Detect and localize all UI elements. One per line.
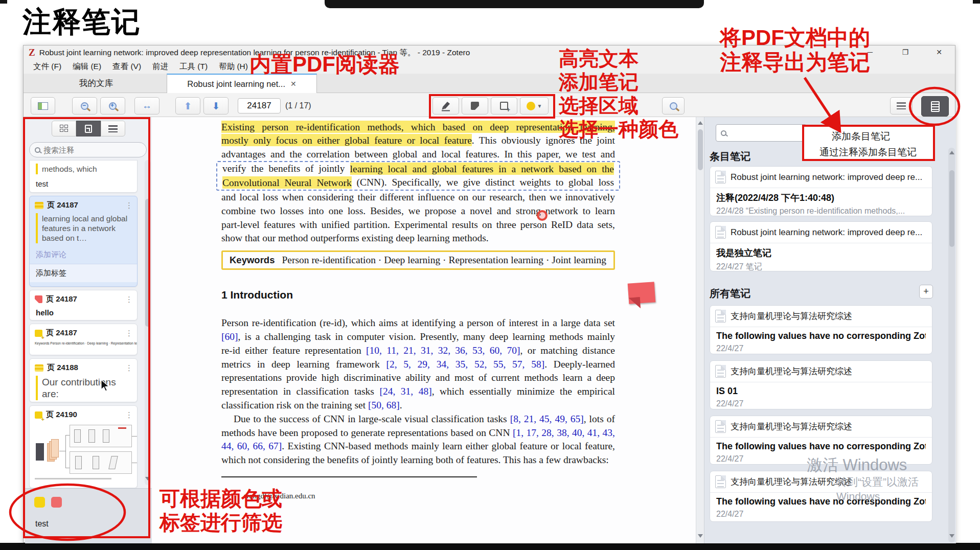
color-filter-yellow[interactable] [34,497,45,508]
highlighter-icon [440,100,451,111]
scrollbar-thumb[interactable] [145,199,150,327]
card-menu-icon[interactable]: ⋮ [125,297,133,302]
toggle-sidebar-button[interactable] [31,97,55,114]
menu-file[interactable]: 文件 (F) [29,60,66,74]
note-card[interactable]: 支持向量机理论与算法研究综述 IS 01 22/4/27 [710,360,932,409]
outline-list-icon [108,125,118,132]
selected-highlight-region[interactable]: verify the benefits of jointly learning … [216,161,620,191]
tab-pdf-reader[interactable]: Robust joint learning net... ✕ [167,74,317,93]
tab-my-library[interactable]: 我的文库 [26,74,167,93]
scrollbar-thumb[interactable] [698,129,703,170]
scroll-up-icon[interactable] [949,151,954,154]
note-card[interactable]: 支持向量机理论与算法研究综述 The following values have… [710,416,932,465]
menu-view[interactable]: 查看 (V) [108,60,146,74]
notes-scrollbar[interactable] [948,148,955,542]
annotation-card-selected[interactable]: 页 24187 ⋮ learning local and global feat… [29,196,138,287]
fit-width-icon: ↔ [142,100,152,111]
card-menu-icon[interactable]: ⋮ [125,203,133,208]
annotation-card[interactable]: 页 24187 ⋮ Keywords Person re-identificat… [29,324,138,355]
menu-add-item-note[interactable]: 添加条目笔记 [804,127,933,144]
scroll-down-icon[interactable] [949,534,954,538]
annotation-comment: hello [30,306,137,320]
scroll-up-icon[interactable] [698,121,703,125]
pdf-abstract-line: verify the benefits of jointly learning … [222,162,614,176]
tag-filter-test[interactable]: test [35,519,49,529]
note-card[interactable]: 支持向量机理论与算法研究综述 The following values have… [710,305,932,354]
scrollbar-thumb[interactable] [949,170,954,247]
next-page-button[interactable]: ⬇ [203,97,229,114]
page-number-input[interactable] [238,98,281,113]
select-area-button[interactable] [491,97,517,114]
zoom-in-button[interactable]: + [100,97,125,114]
color-swatch-yellow-icon [527,102,535,110]
annotation-card[interactable]: 页 24187 ⋮ hello [29,290,138,320]
annotation-card[interactable]: 页 24190 ⋮ [29,405,138,488]
all-notes-heading: 所有笔记 [710,287,750,301]
add-note-button[interactable] [462,97,488,114]
pdf-abstract-line: Existing person re-identification method… [221,120,615,134]
add-tag-link[interactable]: 添加标签 [30,264,137,282]
annotation-card[interactable]: 页 24188 ⋮ Our contributions are: [29,358,138,402]
close-button[interactable]: ✕ [927,45,951,59]
note-icon [715,365,726,378]
item-note-card[interactable]: Robust joint learning network: improved … [710,221,932,271]
note-meta: 22/4/27 [716,344,926,353]
footnote-divider [221,476,477,477]
page-down-icon: ⬇ [212,100,220,112]
note-meta: 22/4/27 笔记 [716,262,926,271]
pdf-scrollbar[interactable] [696,117,704,543]
item-note-card[interactable]: Robust joint learning network: improved … [710,166,932,216]
sidebar-scrollbar[interactable] [145,160,151,485]
add-comment-link[interactable]: 添加评论 [30,246,137,264]
keywords-text: Person re-identification · Deep learning… [282,255,606,266]
add-note-button[interactable]: + [919,285,933,299]
color-filter-red[interactable] [51,497,62,508]
annotation-search-box[interactable] [29,142,147,157]
reader-toolbar: − + ↔ ⬆ ⬇ (1 / 17) [24,93,955,117]
tab-close-icon[interactable]: ✕ [290,80,297,88]
highlight-color-picker[interactable]: ▼ [520,97,549,114]
view-outline-button[interactable] [101,121,125,136]
notes-pane-button[interactable] [921,96,949,117]
pdf-abstract-line: and local loss when considering their di… [221,191,615,204]
menu-forward[interactable]: 前进 [148,60,173,74]
note-title: The following values have no correspondi… [716,331,926,341]
figure-thumbnail [34,423,133,483]
pdf-abstract-line: Convolutional Neural Network (CNN). Spec… [222,176,614,190]
item-notes-heading: 条目笔记 [710,150,750,164]
card-menu-icon[interactable]: ⋮ [125,365,133,371]
menu-add-item-note-from-annotations[interactable]: 通过注释添加条目笔记 [804,144,933,159]
pdf-abstract-line: part-level features with unified partiti… [221,218,615,232]
scroll-down-icon[interactable] [145,477,150,480]
scroll-down-icon[interactable] [698,534,703,538]
footnote-email: wangdf@xidian.edu.cn [244,492,615,500]
sticky-note-annotation[interactable] [628,282,656,304]
view-annotations-button[interactable] [76,121,101,136]
pdf-paragraph-line: representation in classification tasks [… [221,385,615,399]
card-menu-icon[interactable]: ⋮ [125,331,133,336]
highlight-text-button[interactable] [432,97,459,114]
menu-tools[interactable]: 工具 (T) [175,60,212,74]
fit-width-button[interactable]: ↔ [134,97,159,114]
maximize-button[interactable]: ❐ [894,45,917,59]
menu-help[interactable]: 帮助 (H) [214,60,253,74]
zoom-out-button[interactable]: − [72,97,97,114]
view-thumbnails-button[interactable] [52,121,76,136]
menu-edit[interactable]: 编辑 (E) [68,60,106,74]
note-card[interactable]: 支持向量机理论与算法研究综述 The following values have… [710,471,932,522]
annotation-search-input[interactable] [43,146,130,154]
pdf-paragraph-line: which not considering the benefits of jo… [221,453,615,467]
card-menu-icon[interactable]: ⋮ [125,413,133,418]
section-heading: 1 Introduction [221,289,615,301]
tag-filter-area: test [25,488,152,543]
annotation-card[interactable]: methods, which test [29,160,138,193]
previous-page-button[interactable]: ⬆ [175,97,200,114]
annotation-quote: methods, which [36,164,132,174]
keywords-label: Keywords [230,255,275,266]
pdf-paragraph-line: Person re-identification (re-id), which … [221,316,615,330]
pdf-paragraph-line: classification risk on the training set … [221,399,615,413]
search-icon [35,147,40,153]
highlight-annotation-icon [35,364,43,372]
toggle-context-pane-button[interactable] [890,97,913,114]
notes-search-box[interactable] [716,124,807,142]
